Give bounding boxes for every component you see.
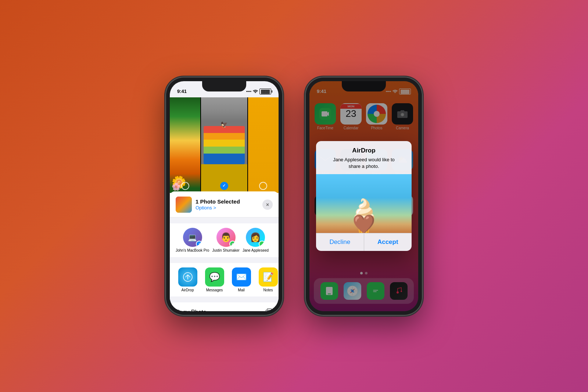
app-name-messages: Messages xyxy=(206,288,223,292)
app-icon-mail: ✉️ xyxy=(232,267,251,287)
phone-1: 9:41 ▪▪▪▪ ▓▓▓ 🌼 🌸 xyxy=(165,77,283,316)
notes-icon: 📝 xyxy=(263,272,274,282)
select-circle-2[interactable] xyxy=(220,182,228,190)
app-item-messages[interactable]: 💬 Messages xyxy=(202,267,226,292)
share-title: 1 Photo Selected xyxy=(196,198,259,205)
svg-point-3 xyxy=(261,242,263,245)
photo-grid: 🌼 🌸 🦅 xyxy=(170,97,279,193)
share-header-text: 1 Photo Selected Options > xyxy=(196,198,259,211)
app-icon-messages: 💬 xyxy=(205,267,224,287)
app-item-airdrop[interactable]: AirDrop xyxy=(176,267,200,292)
airdrop-buttons: Decline Accept xyxy=(316,233,412,251)
airdrop-dialog-title: AirDrop xyxy=(322,147,406,154)
airdrop-accept-button[interactable]: Accept xyxy=(364,233,412,251)
share-header: 1 Photo Selected Options > × xyxy=(170,191,279,217)
apps-row: AirDrop 💬 Messages ✉️ Mail 📝 xyxy=(170,263,279,296)
person-avatar-justin: 👨 💬 xyxy=(216,228,236,247)
signal-icon: ▪▪▪▪ xyxy=(246,89,251,93)
hand-emoji: 🤎 xyxy=(352,213,375,233)
phone-2: 9:41 ▪▪▪▪ ▓▓▓ FaceTime MON xyxy=(305,77,423,316)
action-copy-photo[interactable]: Copy Photo xyxy=(170,302,279,311)
svg-text:💬: 💬 xyxy=(231,242,234,245)
person-item-justin[interactable]: 👨 💬 Justin Shumaker xyxy=(212,228,239,253)
status-icons-1: ▪▪▪▪ ▓▓▓ xyxy=(246,89,271,94)
photo-thumb-2[interactable]: 🦅 xyxy=(201,97,247,193)
photo-thumb-1[interactable]: 🌼 🌸 xyxy=(170,97,200,193)
person-name-justin: Justin Shumaker xyxy=(212,248,239,253)
macbook-icon: 💻 xyxy=(188,233,197,242)
person-item-john[interactable]: 💻 John's MacBook Pro xyxy=(176,228,209,253)
wifi-icon xyxy=(253,89,258,94)
share-thumbnail xyxy=(176,197,192,213)
person-badge-jane xyxy=(259,241,265,247)
app-name-notes: Notes xyxy=(263,288,273,292)
svg-rect-6 xyxy=(266,310,270,311)
app-icon-notes: 📝 xyxy=(259,267,278,287)
time-1: 9:41 xyxy=(177,89,187,94)
app-item-notes[interactable]: 📝 Notes xyxy=(256,267,279,292)
airdrop-overlay: AirDrop Jane Appleseed would like to sha… xyxy=(309,81,418,311)
app-icon-airdrop xyxy=(178,267,197,287)
person-badge-john xyxy=(196,241,202,247)
notch-1 xyxy=(202,81,246,91)
action-rows: Copy Photo Add to Shared Album xyxy=(170,302,279,311)
messages-icon: 💬 xyxy=(209,272,220,282)
person-avatar-john: 💻 xyxy=(183,228,202,247)
person-emoji-jane: 👩 xyxy=(250,232,261,242)
app-name-mail: Mail xyxy=(238,288,244,292)
person-badge-justin: 💬 xyxy=(229,241,236,247)
airdrop-dialog-body: Jane Appleseed would like to share a pho… xyxy=(322,157,406,174)
share-options-link[interactable]: Options > xyxy=(196,205,259,211)
copy-photo-icon xyxy=(265,308,273,311)
share-sheet: 1 Photo Selected Options > × 💻 J xyxy=(170,191,279,311)
person-avatar-jane: 👩 xyxy=(246,228,265,247)
share-close-button[interactable]: × xyxy=(262,199,273,210)
select-circle-3[interactable] xyxy=(259,182,267,190)
airdrop-photo: 🍦 🤎 xyxy=(316,174,412,233)
person-item-jane[interactable]: 👩 Jane Appleseed xyxy=(243,228,269,253)
app-item-mail[interactable]: ✉️ Mail xyxy=(229,267,253,292)
airdrop-dialog: AirDrop Jane Appleseed would like to sha… xyxy=(316,141,412,251)
people-row: 💻 John's MacBook Pro 👨 💬 xyxy=(170,223,279,257)
person-name-john: John's MacBook Pro xyxy=(176,248,209,253)
app-name-airdrop: AirDrop xyxy=(182,288,194,292)
airdrop-dialog-header: AirDrop Jane Appleseed would like to sha… xyxy=(316,141,412,174)
select-circle-1[interactable] xyxy=(181,182,189,190)
person-name-jane: Jane Appleseed xyxy=(243,248,269,253)
airdrop-decline-button[interactable]: Decline xyxy=(316,233,364,251)
copy-photo-label: Copy Photo xyxy=(176,309,207,311)
battery-icon: ▓▓▓ xyxy=(259,89,271,94)
mail-icon: ✉️ xyxy=(236,272,247,282)
photo-thumb-3[interactable] xyxy=(248,97,279,193)
person-emoji-justin: 👨 xyxy=(220,232,232,242)
